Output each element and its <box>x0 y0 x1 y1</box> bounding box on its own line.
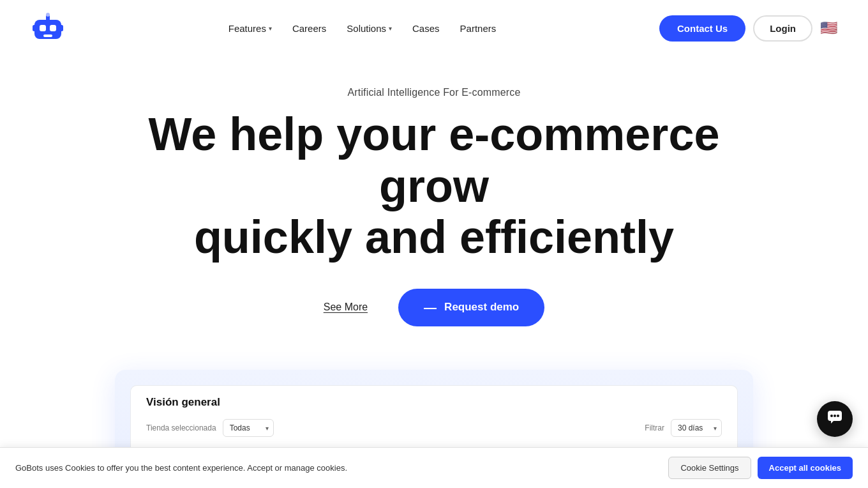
arrow-icon: — <box>424 300 437 315</box>
nav-label-features: Features <box>228 23 266 34</box>
filter-left: Tienda seleccionada Todas ▾ <box>146 419 274 437</box>
filter-period-label: Filtrar <box>645 423 664 432</box>
logo-link[interactable]: Go <box>31 11 65 45</box>
contact-us-button[interactable]: Contact Us <box>659 15 745 42</box>
svg-rect-6 <box>33 25 36 31</box>
login-button[interactable]: Login <box>753 15 812 42</box>
nav-links: Features ▾ Careers Solutions ▾ Cases Par… <box>228 23 497 34</box>
chat-widget-button[interactable] <box>817 401 853 437</box>
filter-store-select[interactable]: Todas <box>223 419 274 437</box>
chat-icon <box>827 409 843 429</box>
chevron-down-icon: ▾ <box>269 25 272 32</box>
svg-rect-2 <box>50 25 56 31</box>
svg-point-5 <box>46 13 50 17</box>
nav-right: Contact Us Login 🇺🇸 <box>659 15 837 42</box>
hero-title-line1: We help your e-commerce grow <box>149 109 720 211</box>
cookie-text: GoBots uses Cookies to offer you the bes… <box>15 463 653 473</box>
cookie-settings-button[interactable]: Cookie Settings <box>668 457 751 479</box>
accept-all-cookies-button[interactable]: Accept all cookies <box>758 457 853 479</box>
see-more-button[interactable]: See More <box>324 301 368 313</box>
language-flag[interactable]: 🇺🇸 <box>820 20 837 36</box>
filter-store-label: Tienda seleccionada <box>146 423 216 432</box>
hero-subtitle: Artificial Intelligence For E-commerce <box>13 87 855 98</box>
svg-rect-12 <box>834 415 836 417</box>
nav-label-cases: Cases <box>412 23 440 34</box>
chevron-down-icon-solutions: ▾ <box>389 25 392 32</box>
svg-rect-13 <box>837 415 839 417</box>
svg-rect-7 <box>60 25 63 31</box>
svg-rect-1 <box>40 25 46 31</box>
dashboard-title: Visión general <box>146 396 722 409</box>
cookie-banner: GoBots uses Cookies to offer you the bes… <box>0 447 868 488</box>
nav-label-partners: Partners <box>460 23 497 34</box>
svg-rect-3 <box>43 34 52 37</box>
hero-section: Artificial Intelligence For E-commerce W… <box>0 56 868 370</box>
nav-item-partners[interactable]: Partners <box>460 23 497 34</box>
nav-label-careers: Careers <box>292 23 326 34</box>
nav-item-careers[interactable]: Careers <box>292 23 326 34</box>
request-demo-button[interactable]: — Request demo <box>398 289 544 326</box>
hero-title: We help your e-commerce grow quickly and… <box>147 109 721 263</box>
filter-row: Tienda seleccionada Todas ▾ Filtrar <box>146 419 722 437</box>
svg-text:Go: Go <box>37 38 45 44</box>
hero-title-line2: quickly and efficiently <box>194 211 674 263</box>
nav-item-features[interactable]: Features ▾ <box>228 23 272 34</box>
nav-item-solutions[interactable]: Solutions ▾ <box>347 23 392 34</box>
nav-item-cases[interactable]: Cases <box>412 23 440 34</box>
main-nav: Go Features ▾ Careers Solutions ▾ Cases <box>0 0 868 56</box>
filter-right: Filtrar 30 días ▾ <box>645 419 722 437</box>
request-demo-label: Request demo <box>444 301 519 314</box>
gobots-logo: Go <box>31 11 65 45</box>
cookie-actions: Cookie Settings Accept all cookies <box>668 457 853 479</box>
hero-actions: See More — Request demo <box>13 289 855 326</box>
nav-label-solutions: Solutions <box>347 23 386 34</box>
svg-marker-10 <box>831 421 834 423</box>
svg-rect-11 <box>830 415 833 417</box>
filter-period-select[interactable]: 30 días <box>671 419 722 437</box>
